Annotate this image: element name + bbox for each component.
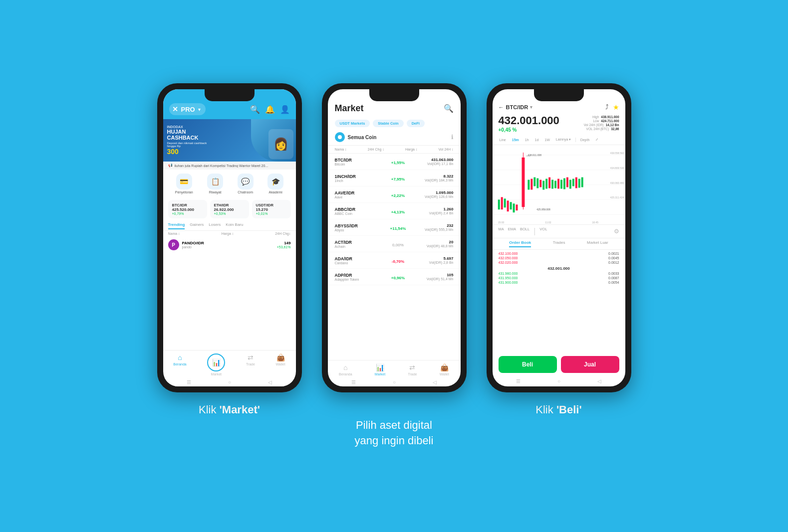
nav-market[interactable]: 📊 Market [207, 354, 225, 376]
filter-defi[interactable]: DeFi [407, 120, 425, 127]
tab-orderbook[interactable]: Order Book [509, 240, 531, 247]
p1-price-eth[interactable]: ETH/IDR 26.922.000 +0,53% [210, 200, 249, 218]
nav-trade[interactable]: ⇄ Trade [246, 354, 255, 376]
wallet-icon: 👜 [276, 354, 285, 361]
p2-system-bar: ☰ ○ ◁ [328, 378, 461, 386]
p2-col-nama: Nama ↕ [335, 148, 347, 151]
p1-col-nama: Nama ↕ [168, 232, 180, 235]
p3-ct-expand[interactable]: ⤢ [593, 137, 600, 143]
riwayat-icon: 📋 [207, 174, 223, 189]
ind-ma[interactable]: MA [499, 227, 504, 236]
p3-ct-depth[interactable]: Depth [578, 137, 592, 143]
phone-notch-2 [369, 89, 419, 101]
beli-button[interactable]: Beli [499, 356, 557, 373]
market-row-ada[interactable]: ADA/IDRCardano -0,70% 5.697Vol(IDR) 2,8 … [328, 252, 461, 269]
p1-btc-chg: +0,79% [172, 212, 203, 215]
market-row-abbc[interactable]: ABBC/IDRABBC Coin +4,13% 1.260Vol(IDR) 2… [328, 203, 461, 219]
phone-section-2: Market 🔍 USDT Markets Stable Coin DeFi S… [322, 83, 467, 448]
p2-nav-beranda[interactable]: ⌂ Beranda [339, 363, 352, 376]
filter-stable[interactable]: Stable Coin [373, 120, 403, 127]
market-row-aave[interactable]: AAVE/IDRAave +2,22% 1.095.000Vol(IDR) 12… [328, 186, 461, 203]
tab-gainers[interactable]: Gainers [190, 222, 204, 229]
p3-ct-lainnya[interactable]: Lainnya ▾ [554, 137, 573, 143]
p3-share-icon[interactable]: ⤴ [605, 103, 609, 111]
p1-usdt-val: 15.270 [256, 207, 287, 212]
p1-menu-chatroom[interactable]: 💬 Chatroom [238, 174, 254, 194]
p1-btc-pair: BTC/IDR [172, 203, 203, 207]
akademi-icon: 🎓 [267, 174, 283, 189]
p3-ct-15m[interactable]: 15m [510, 137, 521, 143]
ind-boll[interactable]: BOLL [520, 227, 529, 236]
ind-vol[interactable]: VOL [539, 227, 547, 236]
phone-screen-2: Market 🔍 USDT Markets Stable Coin DeFi S… [328, 89, 461, 386]
market-row-adp[interactable]: ADP/IDRAdappter Token +0,96% 105Vol(IDR)… [328, 269, 461, 285]
p3-header-icons: ⤴ ★ [605, 103, 619, 111]
p1-logo[interactable]: ✕ PRO ▾ [169, 103, 206, 115]
p1-menu: 💳 Penyetoran 📋 Riwayat 💬 Chatroom 🎓 Akad… [163, 170, 296, 198]
ind-sep: | [533, 227, 535, 236]
market-row-btc[interactable]: BTC/IDRBitcoin +1,55% 431.063.000Vol(IDR… [328, 154, 461, 170]
filter-usdt[interactable]: USDT Markets [335, 120, 370, 127]
p2-nav-market[interactable]: 📊 Market [375, 363, 385, 376]
p3-back-button[interactable]: ← BTC/IDR ▾ [499, 104, 533, 110]
p1-menu-akademi[interactable]: 🎓 Akademi [267, 174, 283, 194]
p3-recents-sys: ◁ [597, 378, 601, 384]
nav-beranda[interactable]: ⌂ Beranda [173, 354, 186, 376]
bell-icon[interactable]: 🔔 [265, 105, 275, 114]
profile-icon[interactable]: 👤 [280, 105, 290, 114]
p3-ct-1d[interactable]: 1d [533, 137, 541, 143]
p3-ct-1w[interactable]: 1W [542, 137, 552, 143]
svg-text:425.959.008: 425.959.008 [536, 208, 550, 211]
market-row-1inch[interactable]: 1INCH/IDR1Inch +7,95% 8.322Vol(IDR) 184,… [328, 170, 461, 186]
caption-1: Klik 'Market' [199, 402, 260, 418]
p3-price-main: 432.001.000 [499, 114, 559, 127]
p1-ticker: 📢 iluhan juta Rupiah dari Kompetisi Trad… [163, 162, 296, 170]
svg-text:425.311.424: 425.311.424 [610, 197, 624, 199]
p1-price-usdt[interactable]: USDT/IDR 15.270 +0,01% [252, 200, 291, 218]
market-row-abyss[interactable]: ABYSS/IDRAbyss +11,54% 232Vol(IDR) 555,3… [328, 219, 461, 236]
p1-col-harga: Harga ↕ [222, 232, 234, 235]
search-icon[interactable]: 🔍 [250, 105, 260, 114]
p2-coin-selector[interactable]: Semua Coin ℹ [328, 129, 461, 146]
svg-rect-22 [533, 177, 535, 186]
settings-icon[interactable]: ⚙ [614, 228, 619, 235]
phone-section-1: ✕ PRO ▾ 🔍 🔔 👤 INDODAX HUJANCASHBACK [157, 83, 302, 418]
p2-coin-sel-left: Semua Coin [335, 132, 377, 142]
tab-market-luar[interactable]: Market Luar [587, 240, 608, 247]
p3-ct-line[interactable]: Line [498, 137, 508, 143]
p1-ticker-text: iluhan juta Rupiah dari Kompetisi Tradin… [175, 164, 268, 168]
p2-nav-trade[interactable]: ⇄ Trade [408, 363, 417, 376]
p3-system-bar: ☰ ○ ◁ [493, 377, 625, 386]
p1-banner-figure: 👩 [273, 137, 288, 151]
p1-price-btc[interactable]: BTC/IDR 425.520.000 +0,79% [168, 200, 207, 218]
p3-price-area: 432.001.000 +0,45 % High 438.911.000 Low… [493, 114, 625, 135]
p2-search-icon[interactable]: 🔍 [444, 104, 454, 113]
nav-wallet[interactable]: 👜 Wallet [275, 354, 285, 376]
tab-trending[interactable]: Trending [168, 222, 185, 229]
market-icon: 📊 [212, 358, 221, 366]
svg-rect-12 [507, 201, 509, 212]
svg-rect-9 [498, 200, 500, 210]
p2-col-chg: 24H Chg ↕ [368, 148, 384, 151]
p1-bottom-nav: ⌂ Beranda 📊 Market ⇄ Trade 👜 [163, 350, 296, 378]
p1-banner-amount: 300 [167, 148, 207, 156]
p1-menu-riwayat[interactable]: 📋 Riwayat [207, 174, 223, 194]
jual-button[interactable]: Jual [561, 356, 619, 373]
market-row-act[interactable]: ACT/IDRAchain 0,00% 20Vol(IDR) 48,8 Mn [328, 236, 461, 252]
p2-filter-tabs: USDT Markets Stable Coin DeFi [328, 118, 461, 129]
phone-section-3: ← BTC/IDR ▾ ⤴ ★ 432.001.000 +0,45 % [487, 83, 631, 418]
back-sys-icon: ☰ [187, 379, 191, 385]
p2-nav-wallet[interactable]: 👜 Wallet [440, 363, 449, 376]
tab-losers[interactable]: Losers [209, 222, 221, 229]
p1-market-row[interactable]: P PANDO/IDR pando 149 +53,61% [163, 236, 296, 253]
ind-ema[interactable]: EMA [508, 227, 516, 236]
p3-ct-1h[interactable]: 1h [523, 137, 531, 143]
p1-col-chg: 24H Chg↕ [275, 232, 290, 235]
p1-menu-penyetoran[interactable]: 💳 Penyetoran [175, 174, 193, 194]
tab-koin-baru[interactable]: Koin Baru [226, 222, 243, 229]
p3-star-icon[interactable]: ★ [613, 103, 619, 111]
p1-prices: BTC/IDR 425.520.000 +0,79% ETH/IDR 26.92… [163, 198, 296, 220]
tab-trades[interactable]: Trades [553, 240, 565, 247]
svg-rect-24 [539, 180, 541, 187]
p2-nav-trade-label: Trade [408, 372, 417, 376]
